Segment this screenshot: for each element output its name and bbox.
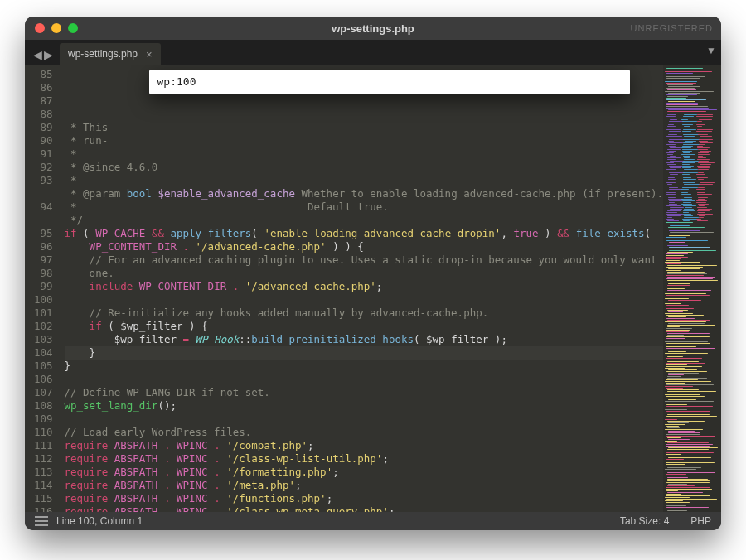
code-line[interactable]: * @since 4.6.0 [65, 161, 664, 174]
code-area[interactable]: wp:100 * This * run- * * @since 4.6.0 * … [60, 65, 664, 512]
status-syntax[interactable]: PHP [690, 515, 711, 527]
line-number: 90 [25, 134, 53, 147]
code-line[interactable]: $wp_filter = WP_Hook::build_preinitializ… [65, 333, 664, 346]
line-number: 97 [25, 253, 53, 267]
nav-arrows: ◀ ▶ [28, 48, 58, 65]
status-tab-size[interactable]: Tab Size: 4 [620, 515, 669, 527]
code-line[interactable] [65, 293, 664, 307]
goto-input-value: wp:100 [157, 75, 196, 89]
code-line[interactable]: require ABSPATH . WPINC . '/formatting.p… [65, 466, 664, 479]
code-line[interactable]: } [65, 360, 664, 373]
window-title: wp-settings.php [25, 22, 721, 35]
code-line[interactable]: * This [65, 121, 664, 134]
code-line[interactable]: require ABSPATH . WPINC . '/functions.ph… [65, 492, 664, 505]
code-line[interactable]: require ABSPATH . WPINC . '/class-wp-met… [65, 505, 664, 512]
line-number-gutter: 8586878889909192939495969798991001011021… [25, 65, 60, 512]
line-number: 85 [25, 68, 53, 81]
line-number: 99 [25, 280, 53, 293]
code-line[interactable]: if ( $wp_filter ) { [65, 320, 664, 333]
code-line[interactable]: one. [65, 267, 664, 280]
status-line-column[interactable]: Line 100, Column 1 [56, 515, 143, 527]
line-number: 94 [25, 200, 53, 214]
code-line[interactable]: // For an advanced caching plugin to use… [65, 253, 664, 267]
code-line[interactable]: * [65, 147, 664, 161]
tab-bar: ◀ ▶ wp-settings.php × ▼ [25, 40, 721, 65]
line-number: 104 [25, 346, 53, 360]
line-number [25, 214, 53, 227]
code-line[interactable]: // Re-initialize any hooks added manuall… [65, 307, 664, 320]
line-number: 88 [25, 108, 53, 121]
code-line[interactable]: * Default true. [65, 200, 664, 214]
code-line[interactable]: require ABSPATH . WPINC . '/class-wp-lis… [65, 452, 664, 466]
editor-area: 8586878889909192939495969798991001011021… [25, 65, 721, 512]
code-line[interactable]: // Define WP_LANG_DIR if not set. [65, 386, 664, 399]
line-number: 110 [25, 426, 53, 439]
editor-window: wp-settings.php UNREGISTERED ◀ ▶ wp-sett… [25, 17, 721, 530]
nav-back-icon[interactable]: ◀ [33, 48, 42, 61]
line-number: 86 [25, 81, 53, 94]
line-number: 115 [25, 492, 53, 505]
line-number: 102 [25, 320, 53, 333]
code-line[interactable]: * @param bool $enable_advanced_cache Whe… [65, 187, 664, 200]
line-number: 100 [25, 293, 53, 307]
window-controls [25, 23, 78, 33]
minimap[interactable] [663, 65, 721, 512]
line-number [25, 187, 53, 200]
panel-switcher-icon[interactable] [35, 516, 48, 526]
code-line[interactable] [65, 413, 664, 426]
line-number: 92 [25, 161, 53, 174]
tab-label: wp-settings.php [68, 48, 138, 60]
code-line[interactable]: * run- [65, 134, 664, 147]
line-number: 108 [25, 399, 53, 413]
line-number: 89 [25, 121, 53, 134]
line-number: 109 [25, 413, 53, 426]
titlebar: wp-settings.php UNREGISTERED [25, 17, 721, 40]
goto-anything-input[interactable]: wp:100 [149, 70, 630, 94]
code-line[interactable]: * [65, 174, 664, 187]
code-line[interactable]: } [65, 346, 664, 360]
code-line[interactable] [65, 373, 664, 386]
tab-overflow-icon[interactable]: ▼ [706, 45, 716, 56]
code-line[interactable]: require ABSPATH . WPINC . '/meta.php'; [65, 479, 664, 492]
line-number: 98 [25, 267, 53, 280]
line-number: 113 [25, 466, 53, 479]
line-number: 114 [25, 479, 53, 492]
close-tab-icon[interactable]: × [146, 48, 153, 60]
file-tab[interactable]: wp-settings.php × [60, 43, 161, 65]
registration-label: UNREGISTERED [631, 23, 713, 33]
code-line[interactable]: require ABSPATH . WPINC . '/compat.php'; [65, 439, 664, 452]
code-line[interactable]: */ [65, 214, 664, 227]
line-number: 112 [25, 452, 53, 466]
line-number: 93 [25, 174, 53, 187]
line-number: 107 [25, 386, 53, 399]
line-number: 106 [25, 373, 53, 386]
line-number: 116 [25, 505, 53, 512]
zoom-window-button[interactable] [68, 23, 78, 33]
line-number: 101 [25, 307, 53, 320]
line-number: 103 [25, 333, 53, 346]
code-line[interactable]: WP_CONTENT_DIR . '/advanced-cache.php' )… [65, 240, 664, 253]
code-line[interactable]: include WP_CONTENT_DIR . '/advanced-cach… [65, 280, 664, 293]
line-number: 105 [25, 360, 53, 373]
line-number: 91 [25, 147, 53, 161]
line-number: 111 [25, 439, 53, 452]
code-line[interactable]: if ( WP_CACHE && apply_filters( 'enable_… [65, 227, 664, 240]
line-number: 95 [25, 227, 53, 240]
code-line[interactable]: // Load early WordPress files. [65, 426, 664, 439]
line-number: 96 [25, 240, 53, 253]
code-line[interactable]: wp_set_lang_dir(); [65, 399, 664, 413]
minimize-window-button[interactable] [51, 23, 61, 33]
status-bar: Line 100, Column 1 Tab Size: 4 PHP [25, 512, 721, 530]
close-window-button[interactable] [35, 23, 45, 33]
line-number: 87 [25, 94, 53, 108]
nav-forward-icon[interactable]: ▶ [44, 48, 53, 61]
